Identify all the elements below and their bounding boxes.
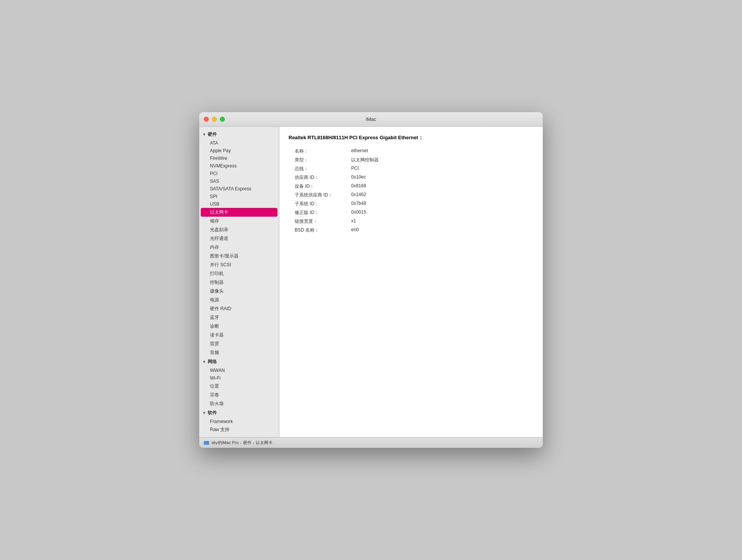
sidebar-item-cardreader[interactable]: 读卡器 [199,331,279,340]
main-content: Realtek RTL8168H/8111H PCI Express Gigab… [279,127,543,437]
field-value-8: x1 [350,217,534,225]
sidebar-item-hwraid[interactable]: 硬件 RAID [199,304,279,313]
sidebar: ▼ 硬件 ATA Apple Pay FireWire NVMExpress P… [199,127,279,437]
breadcrumb-root: sky的iMac Pro [211,440,239,446]
arrow-icon: ▼ [202,132,206,137]
statusbar: sky的iMac Pro › 硬件 › 以太网卡 [199,437,543,448]
sidebar-group-hardware[interactable]: ▼ 硬件 [199,130,279,139]
sidebar-item-wwan[interactable]: WWAN [199,367,279,374]
sidebar-item-diagnostics[interactable]: 诊断 [199,322,279,331]
close-button[interactable] [204,117,209,122]
traffic-lights [204,117,225,122]
field-label-3: 供应商 ID： [289,174,350,182]
breadcrumb-hardware: 硬件 [243,440,252,446]
sidebar-item-applepay[interactable]: Apple Pay [199,147,279,154]
field-value-3: 0x10ec [350,174,534,182]
sidebar-item-usb[interactable]: USB [199,200,279,208]
field-label-2: 总线： [289,165,350,173]
sidebar-item-ethernet[interactable]: 以太网卡 [201,208,277,217]
arrow-icon-software: ▼ [202,411,206,415]
field-label-9: BSD 名称： [289,226,350,234]
computer-icon [204,441,209,445]
field-value-5: 0x1462 [350,191,534,199]
sidebar-item-firewall[interactable]: 防火墙 [199,399,279,408]
sidebar-item-wifi[interactable]: Wi-Fi [199,374,279,382]
minimize-button[interactable] [212,117,217,122]
field-value-7: 0x0015 [350,209,534,217]
sidebar-item-printer[interactable]: 打印机 [199,269,279,278]
sidebar-item-volume[interactable]: 宗卷 [199,391,279,399]
sidebar-item-audio[interactable]: 音频 [199,348,279,357]
breadcrumb-arrow-2: › [253,441,255,445]
sidebar-item-storage[interactable]: 储存 [199,217,279,225]
group-label-network: 网络 [208,359,217,365]
titlebar: iMac [199,112,543,127]
sidebar-item-pci[interactable]: PCI [199,170,279,177]
field-value-0: ethernet [350,147,534,155]
field-value-1: 以太网控制器 [350,156,534,164]
field-label-0: 名称： [289,147,350,155]
sidebar-item-ata[interactable]: ATA [199,139,279,147]
field-label-7: 修正版 ID： [289,209,350,217]
field-value-4: 0x8168 [350,182,534,190]
field-label-5: 子系统供应商 ID： [289,191,350,199]
group-label-hardware: 硬件 [208,131,217,138]
sidebar-item-fiber[interactable]: 光纤通道 [199,234,279,243]
sidebar-item-location[interactable]: 位置 [199,382,279,391]
group-label-software: 软件 [208,410,217,416]
field-label-8: 链接宽度： [289,217,350,225]
sidebar-item-memory[interactable]: 内存 [199,243,279,252]
field-value-6: 0x7b48 [350,200,534,208]
info-table: 名称： ethernet 类型： 以太网控制器 总线： PCI 供应商 ID： … [289,147,534,234]
sidebar-group-network[interactable]: ▼ 网络 [199,357,279,367]
sidebar-item-framework[interactable]: Framework [199,418,279,425]
sidebar-item-controller[interactable]: 控制器 [199,278,279,287]
sidebar-group-software[interactable]: ▼ 软件 [199,408,279,418]
content-area: ▼ 硬件 ATA Apple Pay FireWire NVMExpress P… [199,127,543,437]
sidebar-item-gpu[interactable]: 图形卡/显示器 [199,252,279,261]
sidebar-item-optical[interactable]: 光盘刻录 [199,225,279,234]
sidebar-item-camera[interactable]: 摄像头 [199,287,279,296]
field-label-1: 类型： [289,156,350,164]
main-window: iMac ▼ 硬件 ATA Apple Pay FireWire NVMExpr… [199,112,543,448]
field-label-6: 子系统 ID： [289,200,350,208]
breadcrumb-ethernet: 以太网卡 [256,440,273,446]
field-label-4: 设备 ID： [289,182,350,190]
sidebar-item-bluetooth[interactable]: 蓝牙 [199,313,279,322]
field-value-2: PCI [350,165,534,173]
field-value-9: en0 [350,226,534,234]
section-title: Realtek RTL8168H/8111H PCI Express Gigab… [289,134,534,141]
sidebar-item-scsi[interactable]: 并行 SCSI [199,261,279,269]
arrow-icon-network: ▼ [202,360,206,364]
breadcrumb-arrow-1: › [240,441,242,445]
sidebar-item-thunderbolt[interactable]: 雷雳 [199,340,279,348]
sidebar-item-spi[interactable]: SPI [199,193,279,200]
sidebar-item-firewire[interactable]: FireWire [199,154,279,162]
sidebar-item-sata[interactable]: SATA/SATA Express [199,185,279,193]
sidebar-item-nvmexpress[interactable]: NVMExpress [199,162,279,170]
maximize-button[interactable] [220,117,225,122]
sidebar-item-raw[interactable]: Raw 支持 [199,425,279,434]
sidebar-item-sas[interactable]: SAS [199,177,279,185]
window-title: iMac [366,116,376,122]
sidebar-item-power[interactable]: 电源 [199,296,279,304]
